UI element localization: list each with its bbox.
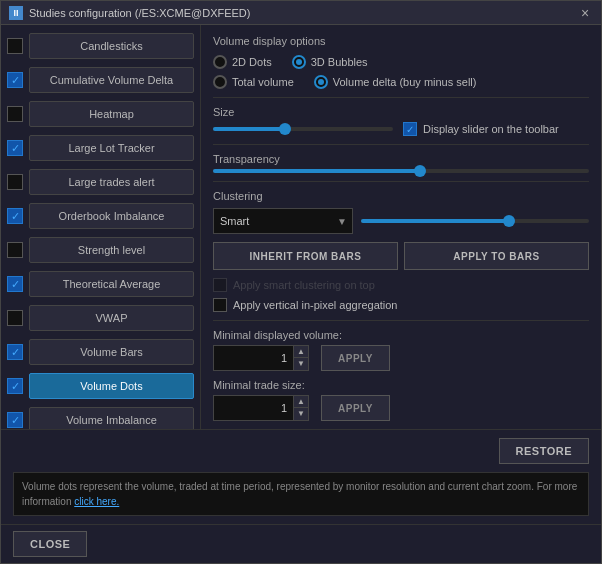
size-slider-thumb[interactable]	[279, 123, 291, 135]
study-row-theoretical-average[interactable]: ✓Theoretical Average	[1, 267, 200, 301]
minimal-trade-input[interactable]	[213, 395, 293, 421]
study-row-strength-level[interactable]: Strength level	[1, 233, 200, 267]
minimal-trade-section: Minimal trade size: ▲ ▼ APPLY	[213, 379, 589, 421]
info-link[interactable]: click here.	[74, 496, 119, 507]
study-row-cumulative-volume-delta[interactable]: ✓Cumulative Volume Delta	[1, 63, 200, 97]
close-button[interactable]: CLOSE	[13, 531, 87, 557]
study-checkbox-cumulative-volume-delta[interactable]: ✓	[7, 72, 23, 88]
volume-display-title: Volume display options	[213, 35, 589, 47]
study-checkbox-orderbook-imbalance[interactable]: ✓	[7, 208, 23, 224]
inherit-from-bars-button[interactable]: INHERIT FROM BARS	[213, 242, 398, 270]
radio-volume-delta[interactable]: Volume delta (buy minus sell)	[314, 75, 477, 89]
study-row-orderbook-imbalance[interactable]: ✓Orderbook Imbalance	[1, 199, 200, 233]
window-close-button[interactable]: ×	[577, 5, 593, 21]
clustering-controls-row: Smart Fixed Auto ▼	[213, 208, 589, 234]
minimal-volume-input[interactable]	[213, 345, 293, 371]
radio-label-3d-bubbles: 3D Bubbles	[311, 56, 368, 68]
study-button-large-trades-alert[interactable]: Large trades alert	[29, 169, 194, 195]
study-button-heatmap[interactable]: Heatmap	[29, 101, 194, 127]
transparency-label: Transparency	[213, 153, 589, 165]
settings-panel: Volume display options 2D Dots 3D Bubble…	[201, 25, 601, 429]
study-row-heatmap[interactable]: Heatmap	[1, 97, 200, 131]
apply-vertical-checkbox[interactable]	[213, 298, 227, 312]
study-button-volume-dots[interactable]: Volume Dots	[29, 373, 194, 399]
study-checkbox-large-lot-tracker[interactable]: ✓	[7, 140, 23, 156]
minimal-volume-apply-button[interactable]: APPLY	[321, 345, 390, 371]
restore-button[interactable]: RESTORE	[499, 438, 589, 464]
radio-circle-2d-dots	[213, 55, 227, 69]
transparency-slider-track[interactable]	[213, 169, 589, 173]
study-checkbox-theoretical-average[interactable]: ✓	[7, 276, 23, 292]
radio-label-2d-dots: 2D Dots	[232, 56, 272, 68]
study-checkbox-volume-imbalance[interactable]: ✓	[7, 412, 23, 428]
radio-total-volume[interactable]: Total volume	[213, 75, 294, 89]
size-slider-fill	[213, 127, 285, 131]
minimal-volume-spin-up[interactable]: ▲	[293, 345, 309, 358]
divider-2	[213, 144, 589, 145]
size-slider-row: ✓ Display slider on the toolbar	[213, 122, 589, 136]
study-row-volume-imbalance[interactable]: ✓Volume Imbalance	[1, 403, 200, 429]
content-area: Candlesticks✓Cumulative Volume DeltaHeat…	[1, 25, 601, 429]
transparency-slider-thumb[interactable]	[414, 165, 426, 177]
study-checkbox-volume-bars[interactable]: ✓	[7, 344, 23, 360]
study-checkbox-large-trades-alert[interactable]	[7, 174, 23, 190]
cluster-slider-thumb[interactable]	[503, 215, 515, 227]
bottom-bar: CLOSE	[1, 524, 601, 563]
display-slider-checkbox[interactable]: ✓	[403, 122, 417, 136]
clustering-section: Clustering Smart Fixed Auto ▼	[213, 190, 589, 312]
radio-circle-total-volume	[213, 75, 227, 89]
transparency-section: Transparency	[213, 153, 589, 173]
radio-circle-volume-delta	[314, 75, 328, 89]
study-button-theoretical-average[interactable]: Theoretical Average	[29, 271, 194, 297]
study-row-volume-bars[interactable]: ✓Volume Bars	[1, 335, 200, 369]
cluster-slider-fill	[361, 219, 509, 223]
study-button-candlesticks[interactable]: Candlesticks	[29, 33, 194, 59]
minimal-trade-apply-button[interactable]: APPLY	[321, 395, 390, 421]
info-box: Volume dots represent the volume, traded…	[13, 472, 589, 516]
cluster-slider-track[interactable]	[361, 219, 589, 223]
study-row-large-trades-alert[interactable]: Large trades alert	[1, 165, 200, 199]
minimal-trade-spin-down[interactable]: ▼	[293, 408, 309, 421]
size-slider-track[interactable]	[213, 127, 393, 131]
window-title: Studies configuration (/ES:XCME@DXFEED)	[29, 7, 577, 19]
minimal-volume-input-wrapper: ▲ ▼	[213, 345, 313, 371]
minimal-volume-spin-down[interactable]: ▼	[293, 358, 309, 371]
study-row-volume-dots[interactable]: ✓Volume Dots	[1, 369, 200, 403]
divider-1	[213, 97, 589, 98]
radio-2d-dots[interactable]: 2D Dots	[213, 55, 272, 69]
study-button-volume-imbalance[interactable]: Volume Imbalance	[29, 407, 194, 429]
clustering-title: Clustering	[213, 190, 589, 202]
study-checkbox-volume-dots[interactable]: ✓	[7, 378, 23, 394]
footer: RESTORE Volume dots represent the volume…	[1, 429, 601, 524]
radio-3d-bubbles[interactable]: 3D Bubbles	[292, 55, 368, 69]
app-icon: II	[9, 6, 23, 20]
study-row-vwap[interactable]: VWAP	[1, 301, 200, 335]
study-row-candlesticks[interactable]: Candlesticks	[1, 29, 200, 63]
study-button-strength-level[interactable]: Strength level	[29, 237, 194, 263]
radio-label-total-volume: Total volume	[232, 76, 294, 88]
clustering-btn-row: INHERIT FROM BARS APPLY TO BARS	[213, 242, 589, 270]
minimal-trade-input-row: ▲ ▼ APPLY	[213, 395, 589, 421]
study-checkbox-heatmap[interactable]	[7, 106, 23, 122]
apply-to-bars-button[interactable]: APPLY TO BARS	[404, 242, 589, 270]
study-button-cumulative-volume-delta[interactable]: Cumulative Volume Delta	[29, 67, 194, 93]
study-row-large-lot-tracker[interactable]: ✓Large Lot Tracker	[1, 131, 200, 165]
minimal-trade-spin-up[interactable]: ▲	[293, 395, 309, 408]
minimal-trade-spin: ▲ ▼	[293, 395, 309, 421]
transparency-slider-fill	[213, 169, 420, 173]
study-button-volume-bars[interactable]: Volume Bars	[29, 339, 194, 365]
minimal-trade-input-wrapper: ▲ ▼	[213, 395, 313, 421]
study-checkbox-vwap[interactable]	[7, 310, 23, 326]
study-button-large-lot-tracker[interactable]: Large Lot Tracker	[29, 135, 194, 161]
study-checkbox-candlesticks[interactable]	[7, 38, 23, 54]
study-checkbox-strength-level[interactable]	[7, 242, 23, 258]
minimal-volume-label: Minimal displayed volume:	[213, 329, 589, 341]
display-slider-checkbox-row: ✓ Display slider on the toolbar	[403, 122, 559, 136]
apply-smart-checkbox[interactable]	[213, 278, 227, 292]
clustering-select[interactable]: Smart Fixed Auto	[213, 208, 353, 234]
apply-smart-label: Apply smart clustering on top	[233, 279, 375, 291]
size-section: Size ✓ Display slider on the toolbar	[213, 106, 589, 136]
study-button-vwap[interactable]: VWAP	[29, 305, 194, 331]
study-button-orderbook-imbalance[interactable]: Orderbook Imbalance	[29, 203, 194, 229]
divider-3	[213, 181, 589, 182]
